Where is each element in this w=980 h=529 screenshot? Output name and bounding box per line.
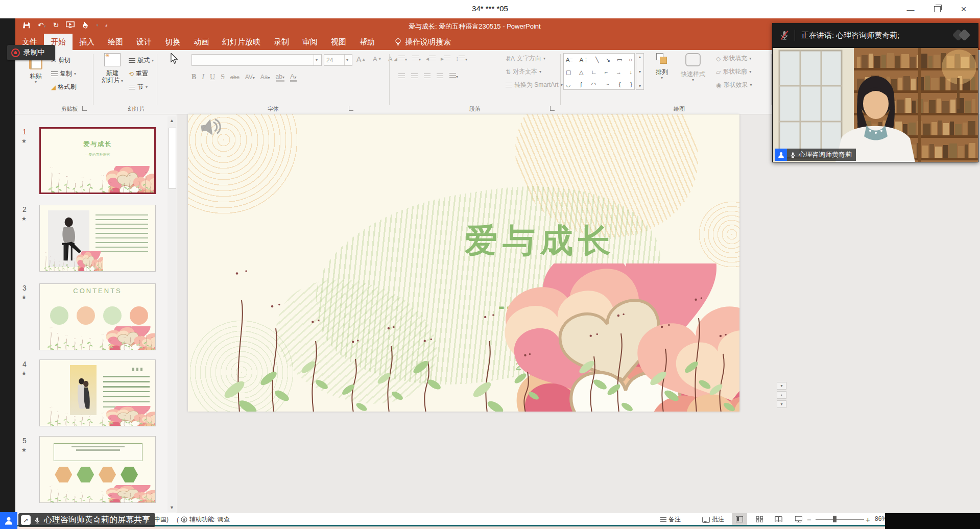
- increase-indent-button[interactable]: ▸: [441, 55, 450, 62]
- tab-insert[interactable]: 插入: [73, 34, 101, 50]
- normal-view-button[interactable]: [732, 513, 747, 525]
- italic-button[interactable]: I: [202, 73, 204, 81]
- arrange-button[interactable]: 排列 ▾: [650, 53, 674, 80]
- new-slide-button[interactable]: 新建幻灯片 ▾: [98, 53, 127, 85]
- line-spacing-button[interactable]: ↕▾: [456, 55, 467, 62]
- undo-icon[interactable]: ↶▾: [38, 21, 46, 29]
- save-icon[interactable]: [23, 21, 31, 29]
- shape-effects-button[interactable]: ◉形状效果▾: [716, 81, 752, 89]
- close-button[interactable]: ×: [950, 0, 977, 18]
- minimize-button[interactable]: —: [897, 0, 924, 18]
- video-call-overlay[interactable]: 正在讲话: 心理咨询师黄奇莉;: [772, 23, 978, 162]
- statusbar-language[interactable]: 中国): [154, 515, 169, 524]
- share-tooltip: ↗ 心理咨询师黄奇莉的屏幕共享: [18, 513, 155, 527]
- shape-fill-button[interactable]: ◇形状填充▾: [716, 54, 751, 63]
- previous-slide-button[interactable]: ▪: [777, 391, 786, 399]
- notes-button[interactable]: 备注: [660, 515, 681, 524]
- change-case-button[interactable]: Aa▾: [260, 74, 270, 81]
- bullets-button[interactable]: ▾: [398, 55, 407, 62]
- zoom-out-button[interactable]: −: [807, 515, 811, 524]
- align-left-button[interactable]: [398, 74, 405, 79]
- slide-thumbnail-5[interactable]: [39, 436, 156, 503]
- qat-customize-icon[interactable]: ▾: [96, 23, 98, 28]
- thumb4-textlines: [103, 376, 149, 410]
- font-name-dropdown-icon[interactable]: ▾: [314, 55, 319, 65]
- grow-font-button[interactable]: A▲: [356, 55, 366, 63]
- text-direction-button[interactable]: ⇵A文字方向▾: [506, 54, 545, 63]
- slide-thumbnail-2[interactable]: [39, 205, 156, 272]
- tell-me-search[interactable]: 操作说明搜索: [381, 34, 451, 50]
- format-painter-button[interactable]: ◢格式刷: [51, 83, 76, 91]
- scroll-down-button[interactable]: ▾: [777, 382, 786, 390]
- tab-review[interactable]: 审阅: [296, 34, 324, 50]
- shape-gallery-scrollbar[interactable]: ▴▾▾: [636, 53, 644, 90]
- font-name-combo[interactable]: ▾: [192, 54, 322, 66]
- thumbnail-scrollbar-thumb[interactable]: [169, 128, 176, 189]
- reset-button[interactable]: ⟲重置: [129, 69, 148, 78]
- font-dialog-launcher[interactable]: [349, 106, 353, 111]
- comments-button[interactable]: 批注: [702, 515, 724, 524]
- tab-help[interactable]: 帮助: [353, 34, 381, 50]
- align-center-button[interactable]: [411, 74, 418, 79]
- paragraph-dialog-launcher[interactable]: [550, 106, 555, 111]
- justify-button[interactable]: [437, 74, 443, 79]
- slide-canvas[interactable]: 爱与成长 ---爱的五种语言 黄奇莉 2023年5月15日: [188, 114, 739, 412]
- columns-button[interactable]: ▾: [449, 73, 458, 80]
- bold-button[interactable]: B: [192, 73, 196, 81]
- highlight-button[interactable]: ab▾: [276, 73, 284, 82]
- font-color-button[interactable]: A▾: [290, 73, 297, 82]
- thumbnail-scroll-down-button[interactable]: ▼: [168, 503, 176, 512]
- next-slide-button[interactable]: ▾: [777, 400, 786, 408]
- shape-gallery[interactable]: A≡A⋮╲↘▭○ ▢△∟⌐→↓ ◡ʃ◠~{}: [563, 53, 635, 90]
- restore-button[interactable]: [924, 0, 950, 18]
- start-slideshow-icon[interactable]: [66, 21, 75, 29]
- speaker-icon[interactable]: [198, 115, 224, 139]
- shape-outline-button[interactable]: ▱形状轮廓▾: [716, 67, 751, 76]
- smartart-button[interactable]: 转换为 SmartArt▾: [506, 81, 563, 89]
- section-button[interactable]: 节▾: [129, 83, 148, 91]
- zoom-slider-track[interactable]: [816, 519, 864, 520]
- align-right-button[interactable]: [424, 74, 431, 79]
- numbering-button[interactable]: ▾: [412, 55, 421, 62]
- recording-badge: 录制中: [7, 45, 55, 60]
- screen-share-indicator[interactable]: ↗ 心理咨询师黄奇莉的屏幕共享: [0, 512, 155, 529]
- zoom-slider-thumb[interactable]: [833, 516, 836, 522]
- redo-icon[interactable]: ↻: [53, 21, 59, 29]
- quick-styles-button[interactable]: 快速样式 ▾: [676, 53, 710, 82]
- tab-record[interactable]: 录制: [267, 34, 296, 50]
- shrink-font-button[interactable]: A▼: [373, 55, 382, 63]
- copy-button[interactable]: 复制▾: [51, 69, 76, 78]
- slide-thumbnail-1[interactable]: 爱与成长 ---爱的五种语言: [39, 127, 156, 194]
- quick-access-toolbar: ↶▾ ↻ ▾ ⸗: [23, 21, 107, 29]
- font-size-combo[interactable]: 24▾: [324, 54, 352, 66]
- slideshow-view-button[interactable]: [791, 513, 806, 525]
- tab-view[interactable]: 视图: [324, 34, 353, 50]
- statusbar-accessibility[interactable]: ( 辅助功能: 调查: [177, 515, 230, 524]
- flowers-illustration: [188, 263, 739, 412]
- underline-button[interactable]: U: [210, 73, 215, 81]
- font-size-dropdown-icon[interactable]: ▾: [344, 55, 350, 65]
- share-mic-icon: [34, 517, 41, 524]
- tab-animations[interactable]: 动画: [187, 34, 216, 50]
- slide-thumbnail-4[interactable]: [39, 359, 156, 426]
- align-text-button[interactable]: ⇅对齐文本▾: [506, 67, 541, 76]
- decrease-indent-button[interactable]: ◂: [426, 55, 436, 62]
- zoom-in-button[interactable]: +: [866, 515, 870, 524]
- reading-view-button[interactable]: [771, 513, 786, 525]
- shadow-button[interactable]: S: [221, 73, 225, 81]
- thumbnail-scroll-up-button[interactable]: ▲: [168, 116, 176, 125]
- touch-mode-icon[interactable]: [82, 21, 89, 29]
- slide-thumbnail-3[interactable]: CONTENTS: [39, 283, 156, 350]
- layout-button[interactable]: 版式▾: [129, 56, 154, 65]
- qat-more-icon[interactable]: ⸗: [106, 22, 108, 28]
- tab-draw[interactable]: 绘图: [101, 34, 130, 50]
- slide-sorter-view-button[interactable]: [752, 513, 767, 525]
- strikethrough-button[interactable]: abc: [230, 74, 240, 80]
- tab-slideshow[interactable]: 幻灯片放映: [216, 34, 267, 50]
- screen: 34* *** *05 — × ↶▾ ↻ ▾ ⸗ 爱与成长: 爱的五种语言230…: [0, 0, 980, 529]
- clipboard-dialog-launcher[interactable]: [82, 106, 87, 111]
- share-avatar-icon: [0, 512, 17, 529]
- tab-design[interactable]: 设计: [130, 34, 158, 50]
- character-spacing-button[interactable]: AV▾: [245, 74, 255, 81]
- tab-transitions[interactable]: 切换: [158, 34, 187, 50]
